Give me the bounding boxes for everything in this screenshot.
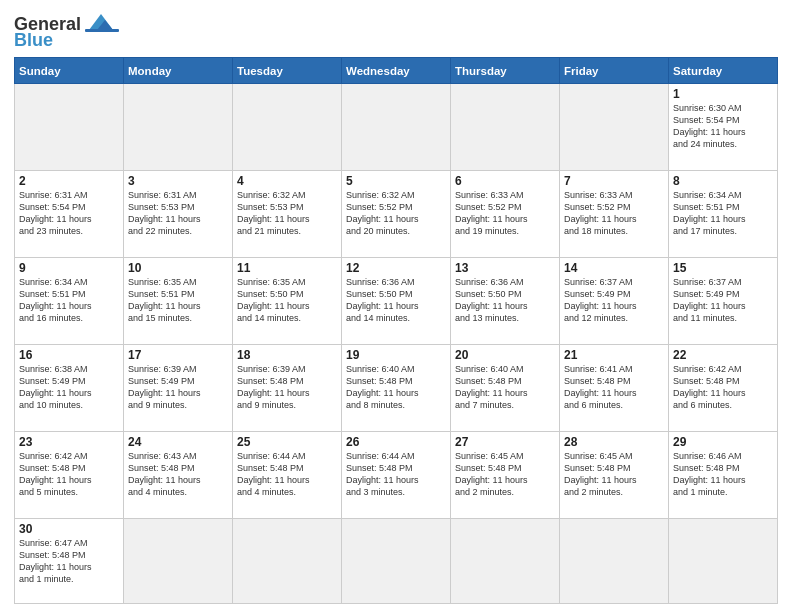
calendar-day-cell	[15, 84, 124, 171]
logo: General Blue	[14, 14, 121, 51]
calendar-day-cell: 21Sunrise: 6:41 AM Sunset: 5:48 PM Dayli…	[560, 344, 669, 431]
day-info: Sunrise: 6:45 AM Sunset: 5:48 PM Dayligh…	[455, 450, 555, 499]
calendar-day-cell: 6Sunrise: 6:33 AM Sunset: 5:52 PM Daylig…	[451, 170, 560, 257]
day-number: 19	[346, 348, 446, 362]
day-number: 12	[346, 261, 446, 275]
day-info: Sunrise: 6:39 AM Sunset: 5:49 PM Dayligh…	[128, 363, 228, 412]
day-number: 21	[564, 348, 664, 362]
day-info: Sunrise: 6:36 AM Sunset: 5:50 PM Dayligh…	[455, 276, 555, 325]
day-info: Sunrise: 6:40 AM Sunset: 5:48 PM Dayligh…	[346, 363, 446, 412]
day-info: Sunrise: 6:34 AM Sunset: 5:51 PM Dayligh…	[673, 189, 773, 238]
calendar-day-cell: 4Sunrise: 6:32 AM Sunset: 5:53 PM Daylig…	[233, 170, 342, 257]
calendar-week-row: 30Sunrise: 6:47 AM Sunset: 5:48 PM Dayli…	[15, 518, 778, 603]
calendar-day-cell: 28Sunrise: 6:45 AM Sunset: 5:48 PM Dayli…	[560, 431, 669, 518]
day-info: Sunrise: 6:45 AM Sunset: 5:48 PM Dayligh…	[564, 450, 664, 499]
calendar-day-cell: 2Sunrise: 6:31 AM Sunset: 5:54 PM Daylig…	[15, 170, 124, 257]
weekday-header-thursday: Thursday	[451, 58, 560, 84]
weekday-header-saturday: Saturday	[669, 58, 778, 84]
day-info: Sunrise: 6:46 AM Sunset: 5:48 PM Dayligh…	[673, 450, 773, 499]
day-info: Sunrise: 6:42 AM Sunset: 5:48 PM Dayligh…	[673, 363, 773, 412]
calendar-day-cell	[342, 84, 451, 171]
calendar-week-row: 9Sunrise: 6:34 AM Sunset: 5:51 PM Daylig…	[15, 257, 778, 344]
day-info: Sunrise: 6:32 AM Sunset: 5:52 PM Dayligh…	[346, 189, 446, 238]
calendar-week-row: 16Sunrise: 6:38 AM Sunset: 5:49 PM Dayli…	[15, 344, 778, 431]
day-number: 4	[237, 174, 337, 188]
calendar-day-cell	[560, 518, 669, 603]
calendar-day-cell	[451, 518, 560, 603]
page: General Blue SundayMondayTuesdayWednesda…	[0, 0, 792, 612]
day-info: Sunrise: 6:42 AM Sunset: 5:48 PM Dayligh…	[19, 450, 119, 499]
day-number: 26	[346, 435, 446, 449]
day-info: Sunrise: 6:44 AM Sunset: 5:48 PM Dayligh…	[237, 450, 337, 499]
day-info: Sunrise: 6:31 AM Sunset: 5:53 PM Dayligh…	[128, 189, 228, 238]
day-info: Sunrise: 6:30 AM Sunset: 5:54 PM Dayligh…	[673, 102, 773, 151]
weekday-header-friday: Friday	[560, 58, 669, 84]
calendar-day-cell	[669, 518, 778, 603]
logo-text-blue: Blue	[14, 30, 53, 51]
weekday-header-wednesday: Wednesday	[342, 58, 451, 84]
calendar-day-cell: 11Sunrise: 6:35 AM Sunset: 5:50 PM Dayli…	[233, 257, 342, 344]
day-number: 24	[128, 435, 228, 449]
calendar-day-cell	[560, 84, 669, 171]
day-number: 18	[237, 348, 337, 362]
svg-rect-2	[85, 29, 119, 32]
day-number: 6	[455, 174, 555, 188]
weekday-header-tuesday: Tuesday	[233, 58, 342, 84]
calendar-day-cell: 9Sunrise: 6:34 AM Sunset: 5:51 PM Daylig…	[15, 257, 124, 344]
day-number: 23	[19, 435, 119, 449]
calendar-day-cell: 12Sunrise: 6:36 AM Sunset: 5:50 PM Dayli…	[342, 257, 451, 344]
day-number: 20	[455, 348, 555, 362]
calendar-day-cell	[124, 518, 233, 603]
calendar-table: SundayMondayTuesdayWednesdayThursdayFrid…	[14, 57, 778, 604]
logo-icon	[83, 12, 121, 34]
day-info: Sunrise: 6:32 AM Sunset: 5:53 PM Dayligh…	[237, 189, 337, 238]
day-number: 25	[237, 435, 337, 449]
day-number: 15	[673, 261, 773, 275]
day-info: Sunrise: 6:35 AM Sunset: 5:50 PM Dayligh…	[237, 276, 337, 325]
day-number: 13	[455, 261, 555, 275]
day-info: Sunrise: 6:44 AM Sunset: 5:48 PM Dayligh…	[346, 450, 446, 499]
day-info: Sunrise: 6:34 AM Sunset: 5:51 PM Dayligh…	[19, 276, 119, 325]
day-info: Sunrise: 6:33 AM Sunset: 5:52 PM Dayligh…	[564, 189, 664, 238]
calendar-day-cell: 29Sunrise: 6:46 AM Sunset: 5:48 PM Dayli…	[669, 431, 778, 518]
calendar-day-cell	[233, 518, 342, 603]
day-info: Sunrise: 6:39 AM Sunset: 5:48 PM Dayligh…	[237, 363, 337, 412]
calendar-day-cell	[233, 84, 342, 171]
weekday-header-monday: Monday	[124, 58, 233, 84]
calendar-day-cell: 5Sunrise: 6:32 AM Sunset: 5:52 PM Daylig…	[342, 170, 451, 257]
calendar-day-cell: 22Sunrise: 6:42 AM Sunset: 5:48 PM Dayli…	[669, 344, 778, 431]
calendar-day-cell: 3Sunrise: 6:31 AM Sunset: 5:53 PM Daylig…	[124, 170, 233, 257]
calendar-day-cell	[124, 84, 233, 171]
day-info: Sunrise: 6:36 AM Sunset: 5:50 PM Dayligh…	[346, 276, 446, 325]
calendar-day-cell	[451, 84, 560, 171]
weekday-header-sunday: Sunday	[15, 58, 124, 84]
day-number: 10	[128, 261, 228, 275]
calendar-day-cell: 10Sunrise: 6:35 AM Sunset: 5:51 PM Dayli…	[124, 257, 233, 344]
day-number: 8	[673, 174, 773, 188]
day-info: Sunrise: 6:37 AM Sunset: 5:49 PM Dayligh…	[673, 276, 773, 325]
calendar-week-row: 1Sunrise: 6:30 AM Sunset: 5:54 PM Daylig…	[15, 84, 778, 171]
day-number: 3	[128, 174, 228, 188]
calendar-day-cell: 27Sunrise: 6:45 AM Sunset: 5:48 PM Dayli…	[451, 431, 560, 518]
calendar-day-cell: 20Sunrise: 6:40 AM Sunset: 5:48 PM Dayli…	[451, 344, 560, 431]
calendar-week-row: 23Sunrise: 6:42 AM Sunset: 5:48 PM Dayli…	[15, 431, 778, 518]
calendar-day-cell: 16Sunrise: 6:38 AM Sunset: 5:49 PM Dayli…	[15, 344, 124, 431]
day-number: 5	[346, 174, 446, 188]
calendar-day-cell: 14Sunrise: 6:37 AM Sunset: 5:49 PM Dayli…	[560, 257, 669, 344]
day-number: 7	[564, 174, 664, 188]
day-number: 29	[673, 435, 773, 449]
calendar-day-cell: 17Sunrise: 6:39 AM Sunset: 5:49 PM Dayli…	[124, 344, 233, 431]
calendar-day-cell: 25Sunrise: 6:44 AM Sunset: 5:48 PM Dayli…	[233, 431, 342, 518]
day-info: Sunrise: 6:33 AM Sunset: 5:52 PM Dayligh…	[455, 189, 555, 238]
calendar-day-cell: 8Sunrise: 6:34 AM Sunset: 5:51 PM Daylig…	[669, 170, 778, 257]
day-number: 22	[673, 348, 773, 362]
day-info: Sunrise: 6:31 AM Sunset: 5:54 PM Dayligh…	[19, 189, 119, 238]
day-number: 9	[19, 261, 119, 275]
day-number: 27	[455, 435, 555, 449]
day-number: 30	[19, 522, 119, 536]
calendar-day-cell: 19Sunrise: 6:40 AM Sunset: 5:48 PM Dayli…	[342, 344, 451, 431]
calendar-week-row: 2Sunrise: 6:31 AM Sunset: 5:54 PM Daylig…	[15, 170, 778, 257]
calendar-day-cell: 18Sunrise: 6:39 AM Sunset: 5:48 PM Dayli…	[233, 344, 342, 431]
calendar-day-cell: 24Sunrise: 6:43 AM Sunset: 5:48 PM Dayli…	[124, 431, 233, 518]
header: General Blue	[14, 10, 778, 51]
